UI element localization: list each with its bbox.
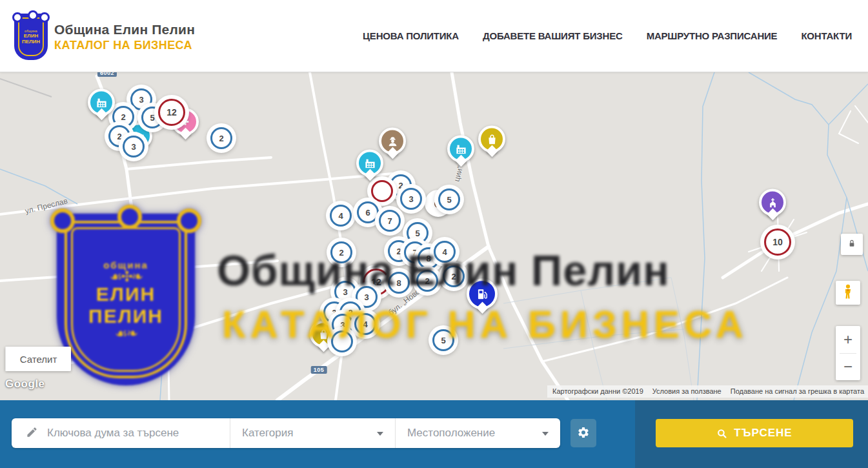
search-button-label: ТЪРСЕНЕ bbox=[734, 427, 792, 440]
cluster-marker[interactable]: 12 bbox=[158, 99, 185, 126]
cluster-count: 2 bbox=[117, 132, 121, 141]
road-number-badge: 105 bbox=[311, 366, 327, 374]
cluster-count: 12 bbox=[167, 107, 177, 117]
cluster-marker[interactable]: 2 bbox=[112, 106, 134, 128]
church-pin[interactable] bbox=[759, 189, 786, 219]
emblem-text-line2: ПЕЛИН bbox=[88, 305, 163, 327]
cluster-marker[interactable]: 6 bbox=[357, 201, 379, 223]
search-button[interactable]: ТЪРСЕНЕ bbox=[656, 419, 853, 447]
worker-icon bbox=[387, 135, 399, 147]
emblem-ornament bbox=[50, 209, 75, 233]
chevron-down-icon bbox=[377, 432, 383, 436]
zoom-in-button[interactable]: + bbox=[836, 326, 860, 353]
factory-icon bbox=[455, 143, 467, 155]
nav-item-bus-schedule[interactable]: МАРШРУТНО РАЗПИСАНИЕ bbox=[647, 30, 778, 41]
cluster-marker[interactable]: 5 bbox=[407, 222, 429, 244]
factory-icon bbox=[96, 96, 108, 108]
cluster-count: 7 bbox=[387, 216, 392, 226]
streetview-lock-button[interactable] bbox=[841, 234, 863, 255]
lock-icon bbox=[847, 238, 857, 250]
map-type-control: Карта Сателит bbox=[5, 347, 71, 371]
emblem-flourish: ☙❧ bbox=[115, 327, 137, 340]
zoom-out-button[interactable]: − bbox=[836, 354, 860, 381]
logo-text-line1: ЕЛИН bbox=[24, 33, 38, 39]
factory-pin[interactable] bbox=[88, 89, 115, 119]
emblem-ornament bbox=[177, 209, 201, 233]
attribution-terms-link[interactable]: Условия за ползване bbox=[652, 387, 722, 395]
keyword-field[interactable] bbox=[12, 418, 230, 448]
zoom-control: + − bbox=[836, 326, 860, 380]
cluster-marker[interactable]: 3 bbox=[123, 136, 145, 158]
cluster-marker[interactable]: 4 bbox=[330, 205, 352, 227]
logo-ornament bbox=[39, 12, 50, 23]
watermark-emblem: община ☙✣❧ ЕЛИН ПЕЛИН ☙❧ bbox=[57, 214, 195, 385]
location-dropdown-value: Местоположение bbox=[407, 427, 495, 440]
map-canvas[interactable]: 3251222323546752278412822333834510600210… bbox=[0, 72, 868, 400]
cluster-count: 2 bbox=[398, 181, 403, 190]
location-dropdown[interactable]: Местоположение bbox=[395, 418, 560, 448]
search-bar: Категория Местоположение ТЪРСЕНЕ bbox=[0, 400, 868, 468]
shopping-bag-pin[interactable] bbox=[478, 126, 505, 156]
brand[interactable]: община ЕЛИН ПЕЛИН Община Елин Пелин КАТА… bbox=[14, 14, 195, 60]
attribution-report-error-link[interactable]: Подаване на сигнал за грешка в картата bbox=[731, 387, 864, 395]
nav-item-contacts[interactable]: КОНТАКТИ bbox=[801, 30, 852, 41]
shopping-bag-icon bbox=[486, 133, 498, 145]
cluster-count: 3 bbox=[139, 95, 143, 105]
search-icon bbox=[716, 428, 727, 439]
municipality-logo: община ЕЛИН ПЕЛИН bbox=[14, 14, 48, 60]
advanced-settings-button[interactable] bbox=[570, 419, 596, 447]
emblem-ornament bbox=[117, 205, 142, 229]
cluster-count: 3 bbox=[131, 142, 136, 152]
nav-item-add-business[interactable]: ДОБАВЕТЕ ВАШИЯТ БИЗНЕС bbox=[483, 30, 623, 41]
pegman-icon bbox=[841, 283, 855, 302]
map-attribution: Картографски данни ©2019 Условия за полз… bbox=[547, 385, 868, 398]
cluster-marker[interactable]: 5 bbox=[438, 188, 460, 210]
cluster-count: 2 bbox=[219, 134, 223, 143]
cluster-count: 5 bbox=[150, 113, 154, 123]
cluster-count: 3 bbox=[409, 194, 413, 204]
cluster-marker[interactable]: 2 bbox=[210, 127, 232, 149]
watermark-subtitle: КАТАЛОГ НА БИЗНЕСА bbox=[222, 302, 748, 347]
cluster-count: 2 bbox=[121, 112, 125, 122]
cluster-count: 4 bbox=[338, 211, 343, 221]
cluster-marker[interactable]: 7 bbox=[379, 210, 401, 232]
header: община ЕЛИН ПЕЛИН Община Елин Пелин КАТА… bbox=[0, 0, 868, 72]
main-nav: ЦЕНОВА ПОЛИТИКА ДОБАВЕТЕ ВАШИЯТ БИЗНЕС М… bbox=[363, 0, 852, 72]
logo-ornament bbox=[12, 12, 23, 23]
logo-ornament bbox=[28, 10, 38, 21]
cluster-count: 5 bbox=[447, 195, 451, 205]
category-dropdown[interactable]: Категория bbox=[230, 418, 395, 448]
attribution-copyright: Картографски данни ©2019 bbox=[552, 387, 643, 395]
cluster-marker[interactable] bbox=[371, 180, 393, 202]
cluster-count: 6 bbox=[365, 208, 370, 218]
watermark-title: Община Елин Пелин bbox=[217, 245, 670, 295]
cluster-count: 5 bbox=[415, 229, 419, 238]
factory-icon bbox=[364, 157, 376, 169]
brand-subtitle: КАТАЛОГ НА БИЗНЕСА bbox=[54, 39, 195, 52]
pencil-icon bbox=[26, 426, 38, 441]
cluster-marker[interactable]: 10 bbox=[764, 229, 791, 256]
gear-icon bbox=[577, 426, 590, 441]
emblem-flourish: ☙✣❧ bbox=[110, 270, 143, 283]
brand-title: Община Елин Пелин bbox=[54, 22, 195, 37]
pegman-button[interactable] bbox=[836, 281, 860, 305]
road-number-badge: 6002 bbox=[97, 72, 117, 77]
factory-pin[interactable] bbox=[447, 136, 474, 165]
chevron-down-icon bbox=[542, 432, 549, 436]
emblem-text-line1: ЕЛИН bbox=[96, 283, 156, 305]
nav-item-pricing[interactable]: ЦЕНОВА ПОЛИТИКА bbox=[363, 30, 459, 41]
category-dropdown-value: Категория bbox=[242, 427, 293, 440]
logo-text-line2: ПЕЛИН bbox=[22, 39, 40, 45]
church-icon bbox=[767, 196, 779, 209]
google-logo[interactable]: Google bbox=[5, 378, 45, 391]
cluster-marker[interactable]: 3 bbox=[400, 188, 422, 210]
keyword-input[interactable] bbox=[46, 426, 210, 440]
map-type-satellite-button[interactable]: Сателит bbox=[5, 347, 71, 371]
search-panel: Категория Местоположение bbox=[12, 418, 560, 448]
cluster-count: 10 bbox=[772, 237, 783, 247]
factory-pin[interactable] bbox=[356, 150, 383, 179]
